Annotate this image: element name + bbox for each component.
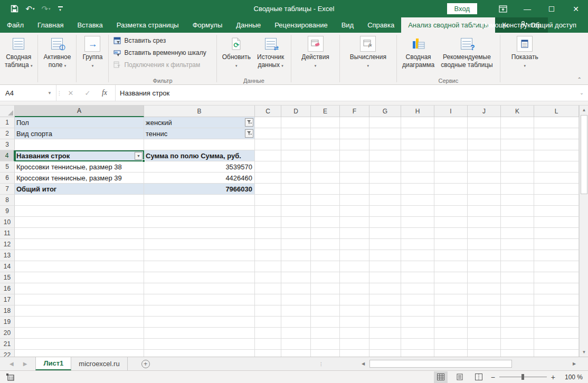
- cell-A6[interactable]: Кроссовки теннисные, размер 39: [15, 173, 144, 184]
- cell-E8[interactable]: [311, 195, 340, 206]
- cell-D11[interactable]: [281, 228, 311, 239]
- ribbon-tab-home[interactable]: Главная: [31, 17, 70, 33]
- cell-D14[interactable]: [281, 261, 311, 272]
- cell-A15[interactable]: [15, 272, 144, 283]
- ribbon-tab-review[interactable]: Рецензирование: [268, 17, 334, 33]
- vertical-scrollbar[interactable]: ▲ ▼: [579, 106, 588, 357]
- cancel-icon[interactable]: ✕: [62, 85, 79, 101]
- cell-L4[interactable]: [534, 150, 579, 161]
- tab-bar-splitter[interactable]: ⋮: [319, 357, 324, 370]
- formula-bar-handle[interactable]: ⋮: [56, 85, 62, 101]
- next-sheet-icon[interactable]: ▶: [23, 361, 27, 367]
- cell-J16[interactable]: [468, 283, 501, 294]
- cell-I2[interactable]: [434, 128, 468, 139]
- cell-B5[interactable]: 3539570: [144, 161, 255, 173]
- minimize-button[interactable]: —: [515, 0, 539, 17]
- col-header-A[interactable]: A: [15, 106, 144, 117]
- col-header-D[interactable]: D: [281, 106, 311, 117]
- ribbon-tab-file[interactable]: Файл: [0, 17, 31, 33]
- cell-B8[interactable]: [144, 195, 255, 206]
- cell-J17[interactable]: [468, 294, 501, 305]
- row-header-1[interactable]: 1: [0, 117, 15, 128]
- cell-F17[interactable]: [340, 294, 369, 305]
- cell-C12[interactable]: [255, 239, 281, 250]
- sheet-tab-list1[interactable]: Лист1: [35, 357, 71, 370]
- cell-D2[interactable]: [281, 128, 311, 139]
- cell-E2[interactable]: [311, 128, 340, 139]
- cell-H7[interactable]: [401, 184, 434, 195]
- scroll-left-icon[interactable]: ◀: [359, 359, 367, 368]
- active-field-button[interactable]: ⓘ Активное поле ▾: [40, 34, 74, 70]
- data-source-button[interactable]: ⇄ Источник данных ▾: [254, 34, 287, 70]
- row-header-13[interactable]: 13: [0, 250, 15, 261]
- cell-B4[interactable]: Сумма по полю Сумма, руб.: [144, 150, 255, 161]
- cell-K15[interactable]: [501, 272, 534, 283]
- cell-E20[interactable]: [311, 328, 340, 339]
- cell-A16[interactable]: [15, 283, 144, 294]
- cell-D6[interactable]: [281, 173, 311, 184]
- cell-I1[interactable]: [434, 117, 468, 128]
- cell-A1[interactable]: Пол: [15, 117, 144, 128]
- cell-G12[interactable]: [369, 239, 401, 250]
- cell-mode-icon[interactable]: [6, 374, 14, 381]
- cell-G15[interactable]: [369, 272, 401, 283]
- row-header-11[interactable]: 11: [0, 228, 15, 239]
- cell-G11[interactable]: [369, 228, 401, 239]
- cell-E19[interactable]: [311, 317, 340, 328]
- cell-G17[interactable]: [369, 294, 401, 305]
- ribbon-tab-data[interactable]: Данные: [229, 17, 268, 33]
- cell-I20[interactable]: [434, 328, 468, 339]
- cell-C11[interactable]: [255, 228, 281, 239]
- cell-B2[interactable]: теннис: [144, 128, 255, 139]
- row-labels-dropdown-button[interactable]: ▼: [135, 152, 143, 160]
- cell-F9[interactable]: [340, 206, 369, 217]
- cell-C22[interactable]: [255, 350, 281, 357]
- cell-B16[interactable]: [144, 283, 255, 294]
- cell-K18[interactable]: [501, 305, 534, 317]
- row-header-8[interactable]: 8: [0, 195, 15, 206]
- cell-G9[interactable]: [369, 206, 401, 217]
- cell-G6[interactable]: [369, 173, 401, 184]
- cell-J15[interactable]: [468, 272, 501, 283]
- save-icon[interactable]: [7, 3, 21, 15]
- row-header-3[interactable]: 3: [0, 139, 15, 150]
- collapse-ribbon-button[interactable]: ⌃: [577, 76, 582, 82]
- cell-G7[interactable]: [369, 184, 401, 195]
- maximize-button[interactable]: ☐: [539, 0, 564, 17]
- row-header-21[interactable]: 21: [0, 339, 15, 350]
- cell-K6[interactable]: [501, 173, 534, 184]
- cell-H1[interactable]: [401, 117, 434, 128]
- insert-function-icon[interactable]: fx: [96, 85, 113, 101]
- cell-K19[interactable]: [501, 317, 534, 328]
- cell-H9[interactable]: [401, 206, 434, 217]
- sign-in-button[interactable]: Вход: [447, 3, 477, 14]
- scroll-up-icon[interactable]: ▲: [580, 106, 588, 114]
- cell-C4[interactable]: [255, 150, 281, 161]
- row-header-2[interactable]: 2: [0, 128, 15, 139]
- cell-F3[interactable]: [340, 139, 369, 150]
- cell-A20[interactable]: [15, 328, 144, 339]
- col-header-C[interactable]: C: [255, 106, 281, 117]
- cell-L14[interactable]: [534, 261, 579, 272]
- cell-E9[interactable]: [311, 206, 340, 217]
- cell-K8[interactable]: [501, 195, 534, 206]
- cell-H11[interactable]: [401, 228, 434, 239]
- cell-F1[interactable]: [340, 117, 369, 128]
- cell-G19[interactable]: [369, 317, 401, 328]
- name-box-dropdown-icon[interactable]: ▼: [48, 91, 52, 95]
- cell-E15[interactable]: [311, 272, 340, 283]
- calculations-button[interactable]: fx Вычисления ▾: [347, 34, 390, 70]
- cell-J20[interactable]: [468, 328, 501, 339]
- cell-I21[interactable]: [434, 339, 468, 350]
- row-header-20[interactable]: 20: [0, 328, 15, 339]
- filter-button-B1[interactable]: [245, 118, 253, 127]
- row-header-4[interactable]: 4: [0, 150, 15, 161]
- cell-H21[interactable]: [401, 339, 434, 350]
- cell-F8[interactable]: [340, 195, 369, 206]
- row-header-22[interactable]: 22: [0, 350, 15, 357]
- row-header-12[interactable]: 12: [0, 239, 15, 250]
- formula-input[interactable]: Названия строк: [116, 85, 575, 101]
- col-header-K[interactable]: K: [501, 106, 534, 117]
- cell-C9[interactable]: [255, 206, 281, 217]
- cell-D15[interactable]: [281, 272, 311, 283]
